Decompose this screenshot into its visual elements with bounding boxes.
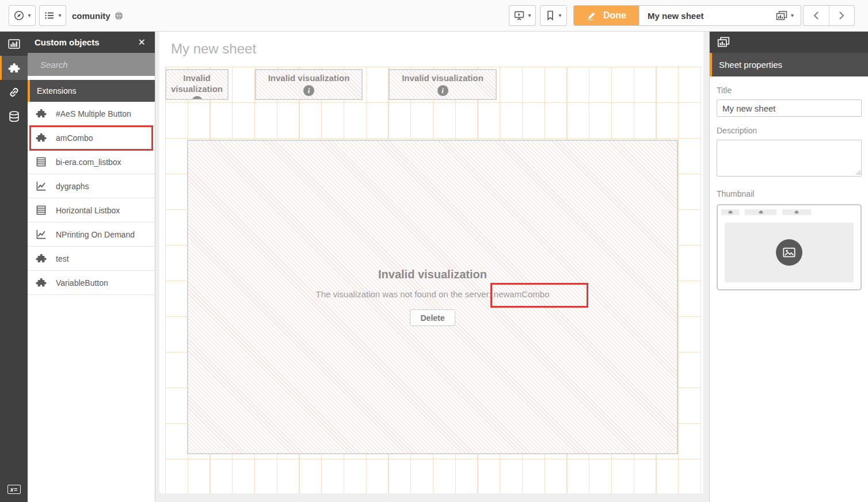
- sheet-navigation-button[interactable]: ▾: [768, 6, 801, 25]
- list-menu-icon: [44, 10, 55, 21]
- fields-tab[interactable]: [0, 104, 28, 128]
- description-field-label: Description: [717, 126, 868, 135]
- thumbnail-mini-sheet: [721, 209, 857, 215]
- assets-search-bar: [28, 53, 155, 76]
- puzzle-icon: [36, 108, 47, 119]
- chevron-down-icon: ▾: [58, 13, 61, 18]
- search-input[interactable]: [40, 60, 156, 70]
- chevron-down-icon: ▾: [528, 13, 531, 18]
- thumbnail-picker[interactable]: [717, 204, 862, 290]
- extension-item-label: amCombo: [56, 133, 93, 143]
- description-field-wrap: [710, 140, 862, 177]
- custom-objects-tab[interactable]: [0, 56, 28, 80]
- previous-sheet-button[interactable]: [804, 6, 829, 25]
- sheet-properties-title: Sheet properties: [719, 60, 782, 70]
- puzzle-icon: [794, 210, 799, 214]
- toolbar-sheet-title: My new sheet: [648, 11, 704, 21]
- chevron-left-icon: [812, 10, 821, 21]
- line-chart-icon: [36, 229, 47, 240]
- info-icon: i: [303, 85, 314, 96]
- sheet-title: My new sheet: [171, 41, 256, 57]
- done-button[interactable]: Done: [574, 6, 639, 25]
- extensions-label: Extensions: [37, 86, 76, 95]
- line-chart-icon: [36, 181, 47, 191]
- missing-extension-name: newamCombo: [494, 289, 550, 299]
- bookmarks-button[interactable]: ▾: [540, 5, 567, 26]
- presentation-mode-button[interactable]: ▾: [509, 5, 536, 26]
- app-name: comunity: [72, 11, 111, 21]
- image-placeholder-circle: [776, 239, 802, 266]
- sheet-title-field[interactable]: My new sheet: [639, 6, 768, 25]
- invalid-visualization-tile[interactable]: Invalid visualization i: [165, 69, 229, 100]
- invalid-visualization-tile[interactable]: Invalid visualization i: [255, 69, 363, 100]
- compass-icon: [13, 10, 25, 21]
- sheet-title-input[interactable]: [717, 99, 862, 117]
- error-message: The visualization was not found on the s…: [315, 289, 549, 299]
- puzzle-icon: [36, 277, 47, 288]
- assets-panel: Custom objects ✕ Extensions #AeS Multipl…: [28, 32, 155, 502]
- extension-item[interactable]: Horizontal Listbox: [28, 198, 155, 223]
- globe-icon: [115, 12, 123, 20]
- master-items-tab[interactable]: [0, 80, 28, 104]
- thumbnail-mini-object: [721, 209, 739, 215]
- variables-icon: x=: [7, 485, 21, 494]
- close-icon[interactable]: ✕: [136, 36, 148, 49]
- bookmark-icon: [545, 10, 555, 21]
- sheets-icon: [775, 10, 788, 21]
- chevron-right-icon: [837, 10, 846, 21]
- sheet-description-input[interactable]: [717, 140, 862, 177]
- done-label: Done: [603, 10, 626, 21]
- delete-button[interactable]: Delete: [410, 309, 455, 326]
- extension-item[interactable]: dygraphs: [28, 174, 155, 198]
- thumbnail-mini-object: [745, 209, 776, 215]
- pencil-icon: [587, 11, 596, 21]
- navigation-menu-button[interactable]: ▾: [9, 5, 36, 26]
- sheet-pager: [803, 5, 855, 26]
- assets-panel-title: Custom objects: [35, 37, 136, 47]
- thumbnail-image-area: [725, 223, 854, 282]
- invalid-visualization-main-tile[interactable]: Invalid visualization The visualization …: [187, 140, 678, 454]
- extension-item[interactable]: NPrinting On Demand: [28, 223, 155, 247]
- extensions-section-header[interactable]: Extensions: [28, 80, 155, 102]
- puzzle-icon: [36, 253, 47, 264]
- invalid-visualization-tile[interactable]: Invalid visualization i: [389, 69, 497, 100]
- extension-item[interactable]: test: [28, 247, 155, 271]
- variables-tab[interactable]: x=: [0, 477, 28, 502]
- charts-tab[interactable]: [0, 32, 28, 56]
- extension-item-label: VariableButton: [56, 278, 108, 288]
- properties-panel: Sheet properties Title Description Thumb…: [709, 32, 868, 502]
- extension-item-label: Horizontal Listbox: [56, 206, 120, 215]
- edit-done-group: Done My new sheet ▾: [573, 5, 801, 26]
- extension-item[interactable]: #AeS Multiple Button: [28, 102, 155, 126]
- database-icon: [8, 110, 20, 122]
- extension-item-label: #AeS Multiple Button: [56, 109, 131, 118]
- extension-item[interactable]: bi-era.com_listbox: [28, 150, 155, 174]
- sheet-canvas: My new sheet Invalid visualization i Inv…: [155, 32, 709, 502]
- thumbnail-label: Thumbnail: [717, 189, 868, 198]
- next-sheet-button[interactable]: [829, 6, 855, 25]
- info-icon: i: [192, 96, 203, 100]
- app-overview-menu-button[interactable]: ▾: [39, 5, 66, 26]
- invalid-tile-label: Invalid visualization: [268, 72, 350, 83]
- sheet-properties-section[interactable]: Sheet properties: [710, 53, 868, 76]
- assets-panel-header: Custom objects ✕: [28, 32, 155, 53]
- invalid-tile-label: Invalid visualization: [166, 72, 227, 94]
- charts-icon: [8, 38, 20, 50]
- title-field-label: Title: [717, 86, 868, 95]
- properties-panel-header: [710, 32, 868, 53]
- asset-type-rail: x=: [0, 32, 28, 502]
- invalid-tile-label: Invalid visualization: [402, 72, 484, 83]
- extension-item-label: bi-era.com_listbox: [56, 158, 121, 167]
- listbox-icon: [36, 205, 47, 216]
- chevron-down-icon: ▾: [28, 13, 31, 18]
- extension-item[interactable]: VariableButton: [28, 271, 155, 295]
- extension-item-label: dygraphs: [56, 182, 89, 191]
- app-context: comunity: [72, 0, 123, 32]
- presentation-icon: [513, 10, 525, 21]
- puzzle-icon: [36, 132, 47, 143]
- listbox-icon: [36, 156, 47, 167]
- extension-item-amcombo[interactable]: amCombo: [28, 126, 155, 150]
- chevron-down-icon: ▾: [558, 13, 561, 18]
- sheets-icon: [717, 36, 730, 48]
- link-icon: [8, 86, 20, 98]
